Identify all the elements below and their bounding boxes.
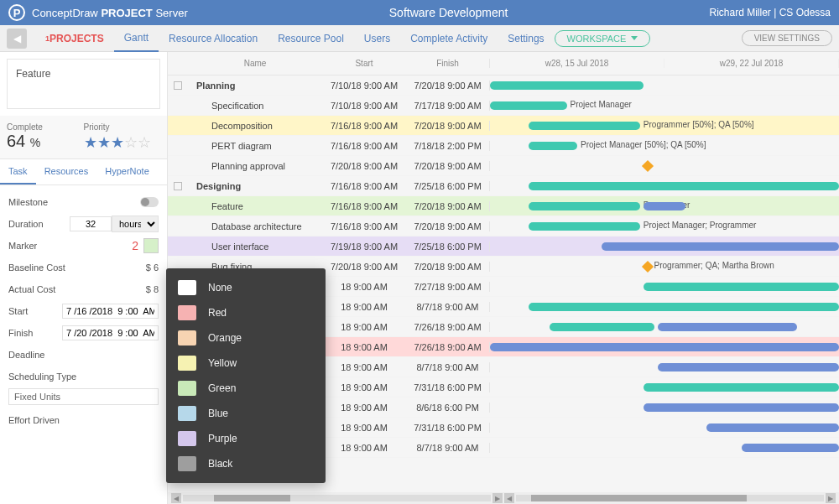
scroll-right-icon-2[interactable]: ▶ — [826, 493, 836, 503]
color-option-yellow[interactable]: Yellow — [166, 351, 326, 376]
task-bar-area — [490, 357, 839, 377]
task-name: User interface — [188, 242, 322, 252]
gantt-row[interactable]: Decomposition7/16/18 9:00 AM7/20/18 9:00… — [168, 116, 839, 136]
nav-resource-allocation[interactable]: Resource Allocation — [159, 25, 268, 52]
main: Feature Complete 64 % Priority ★★★☆☆ Tas… — [0, 52, 839, 504]
task-name: Designing — [188, 181, 322, 191]
nav-projects[interactable]: 1PROJECTS — [35, 25, 114, 52]
col-finish[interactable]: Finish — [406, 59, 490, 68]
task-bar-area: Programmer; QA; Martha Brown — [490, 257, 839, 277]
gantt-bar[interactable] — [602, 242, 839, 251]
gantt-bar[interactable] — [529, 182, 839, 190]
gantt-row[interactable]: Designing7/16/18 9:00 AM7/25/18 6:00 PM — [168, 176, 839, 196]
col-start[interactable]: Start — [322, 59, 406, 68]
color-swatch — [178, 356, 196, 371]
marker-swatch[interactable] — [143, 238, 159, 253]
nav-resource-pool[interactable]: Resource Pool — [268, 25, 354, 52]
baseline-cost-label: Baseline Cost — [8, 262, 100, 273]
gantt-bar[interactable]: Programmer [50%]; QA [50%] — [529, 122, 640, 130]
task-finish: 7/18/18 2:00 PM — [406, 141, 490, 151]
gantt-bar[interactable] — [742, 444, 839, 452]
scroll-left-icon[interactable]: ◀ — [171, 493, 181, 503]
chevron-down-icon — [631, 36, 638, 40]
gantt-bar[interactable] — [706, 423, 839, 432]
gantt-bar[interactable] — [644, 283, 839, 291]
start-input[interactable] — [62, 304, 159, 319]
color-option-none[interactable]: None — [166, 275, 326, 300]
scroll-left-icon-2[interactable]: ◀ — [504, 493, 514, 503]
color-label: Black — [208, 458, 232, 470]
gantt-bar[interactable] — [644, 383, 839, 392]
bar-label: Project Manager — [571, 100, 632, 109]
nav-gantt[interactable]: Gantt — [114, 25, 159, 52]
milestone-icon[interactable] — [642, 260, 654, 272]
gantt-bar[interactable] — [658, 323, 797, 331]
color-option-orange[interactable]: Orange — [166, 325, 326, 351]
color-option-purple[interactable]: Purple — [166, 426, 326, 451]
milestone-toggle[interactable] — [140, 197, 159, 207]
gantt-bar[interactable]: Project Manager; Programmer — [529, 222, 640, 231]
gantt-row[interactable]: Database architecture7/16/18 9:00 AM7/20… — [168, 216, 839, 236]
finish-input[interactable] — [62, 325, 159, 340]
gantt-row[interactable]: Planning7/10/18 9:00 AM7/20/18 9:00 AM — [168, 75, 839, 96]
task-start: 18 9:00 AM — [322, 443, 406, 453]
color-label: None — [208, 282, 232, 294]
color-swatch — [178, 330, 196, 346]
task-finish: 8/7/18 9:00 AM — [406, 443, 490, 453]
color-label: Yellow — [208, 357, 237, 369]
gantt-bar[interactable] — [658, 363, 839, 372]
marker-color-menu[interactable]: NoneRedOrangeYellowGreenBluePurpleBlack — [166, 268, 326, 483]
user-info[interactable]: Richard Miller | CS Odessa — [710, 7, 831, 18]
gantt-bar[interactable]: Project Manager [50%]; QA [50%] — [529, 142, 577, 150]
row-checkbox[interactable] — [174, 81, 182, 90]
gantt-row[interactable]: PERT diagram7/16/18 9:00 AM7/18/18 2:00 … — [168, 136, 839, 156]
color-option-blue[interactable]: Blue — [166, 401, 326, 426]
task-start: 18 9:00 AM — [322, 342, 406, 352]
gantt-bar[interactable] — [550, 323, 654, 331]
collapse-sidebar-button[interactable]: ◀ — [7, 29, 27, 49]
task-bar-area — [490, 397, 839, 418]
color-label: Blue — [208, 408, 228, 419]
task-name: Planning approval — [188, 161, 322, 171]
duration-unit-select[interactable]: hours — [112, 216, 159, 232]
task-finish: 7/20/18 9:00 AM — [406, 121, 490, 131]
scheduling-value[interactable]: Fixed Units — [8, 388, 159, 405]
nav-settings[interactable]: Settings — [498, 25, 554, 52]
gantt-row[interactable]: Specification7/10/18 9:00 AM7/17/18 9:00… — [168, 96, 839, 116]
task-finish: 8/7/18 9:00 AM — [406, 302, 490, 312]
tab-task[interactable]: Task — [0, 159, 36, 184]
tab-resources[interactable]: Resources — [36, 159, 97, 184]
gantt-bar[interactable] — [644, 403, 839, 412]
gantt-bar[interactable] — [490, 81, 644, 90]
color-option-black[interactable]: Black — [166, 451, 326, 476]
col-name[interactable]: Name — [188, 59, 322, 68]
priority-stars[interactable]: ★★★☆☆ — [84, 133, 161, 152]
tab-hypernote[interactable]: HyperNote — [96, 159, 158, 184]
gantt-bar[interactable]: Project Manager — [490, 101, 567, 110]
gantt-row[interactable]: Feature7/16/18 9:00 AM7/20/18 9:00 AMPro… — [168, 196, 839, 216]
gantt-row[interactable]: User interface7/19/18 9:00 AM7/25/18 6:0… — [168, 236, 839, 257]
task-bar-area — [490, 337, 839, 357]
milestone-icon[interactable] — [642, 159, 654, 171]
gantt-bar[interactable] — [490, 343, 839, 351]
nav-complete-activity[interactable]: Complete Activity — [400, 25, 498, 52]
workspace-button[interactable]: WORKSPACE — [555, 30, 651, 47]
task-name-box[interactable]: Feature — [7, 59, 160, 109]
gantt-bar[interactable] — [529, 303, 839, 311]
gantt-row[interactable]: Planning approval7/20/18 9:00 AM7/20/18 … — [168, 156, 839, 176]
milestone-label: Milestone — [8, 197, 140, 207]
gantt-bar[interactable] — [644, 202, 685, 210]
side-tabs: Task Resources HyperNote — [0, 159, 167, 185]
color-label: Green — [208, 382, 236, 394]
scroll-right-icon[interactable]: ▶ — [492, 493, 503, 503]
task-start: 7/19/18 9:00 AM — [322, 242, 406, 252]
duration-input[interactable] — [70, 216, 112, 231]
view-settings-button[interactable]: VIEW SETTINGS — [742, 30, 832, 46]
gantt-bar[interactable]: Programmer — [529, 202, 640, 210]
color-option-green[interactable]: Green — [166, 376, 326, 401]
row-checkbox[interactable] — [174, 182, 182, 190]
task-name: Database architecture — [188, 221, 322, 231]
h-scrollbar[interactable]: ◀ ▶ ◀ ▶ — [168, 492, 839, 504]
nav-users[interactable]: Users — [354, 25, 400, 52]
color-option-red[interactable]: Red — [166, 300, 326, 325]
